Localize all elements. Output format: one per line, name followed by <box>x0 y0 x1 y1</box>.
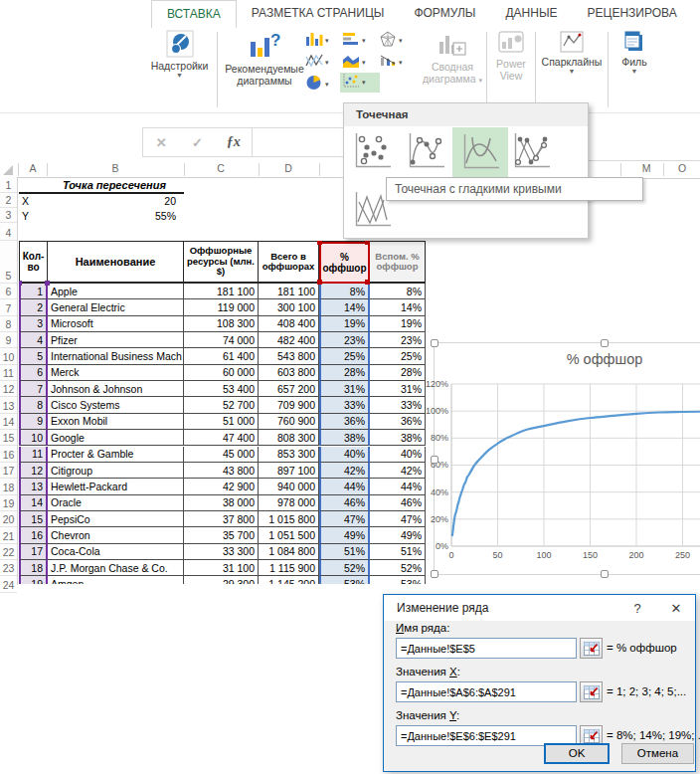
table-cell[interactable]: 47% <box>370 511 426 527</box>
x-values-input[interactable]: =Данные!$A$6:$A$291 <box>396 681 577 702</box>
table-cell[interactable]: 46% <box>319 495 370 511</box>
insert-radar-chart-button[interactable]: ▾ <box>379 31 403 51</box>
table-cell[interactable]: 42 900 <box>184 479 259 494</box>
table-cell[interactable]: 52 700 <box>184 397 259 413</box>
column-header-B[interactable]: B <box>111 162 118 174</box>
addins-button[interactable]: Надстройки ▼ <box>142 30 217 80</box>
scatter-smooth-icon-selected[interactable] <box>452 127 508 177</box>
table-cell[interactable]: Oracle <box>48 495 184 511</box>
table-cell[interactable]: 45 000 <box>184 447 259 463</box>
row-header-14[interactable]: 14 <box>0 414 17 430</box>
intersection-y-label-cell[interactable]: Y <box>22 210 29 222</box>
table-cell[interactable]: 23% <box>370 332 426 348</box>
table-cell[interactable]: 36% <box>370 414 426 430</box>
insert-column-chart-button[interactable]: ▾ <box>305 31 329 51</box>
row-headers[interactable]: 123456789101112131415161718192021222324 <box>0 177 18 585</box>
table-cell[interactable]: 11 <box>19 447 48 463</box>
table-cell[interactable]: 19% <box>370 316 426 332</box>
table-cell[interactable]: Merck <box>48 365 184 381</box>
table-cell[interactable]: 49% <box>370 527 426 543</box>
series-curve[interactable] <box>452 411 700 535</box>
chart-resize-handle[interactable] <box>601 570 609 578</box>
table-cell[interactable]: 1 145 200 <box>259 576 319 584</box>
column-header-A[interactable]: A <box>29 162 36 174</box>
table-header-cell[interactable]: Оффшорные ресурсы (млн. $) <box>184 242 259 284</box>
table-cell[interactable]: 18 <box>19 560 48 576</box>
row-header-18[interactable]: 18 <box>0 479 17 494</box>
tab-вставка[interactable]: ВСТАВКА <box>151 0 237 28</box>
table-cell[interactable]: 23% <box>319 332 370 348</box>
row-header-21[interactable]: 21 <box>0 527 17 543</box>
table-cell[interactable]: 408 400 <box>259 316 319 332</box>
row-header-22[interactable]: 22 <box>0 544 17 560</box>
table-cell[interactable]: 33% <box>319 397 370 413</box>
table-cell[interactable]: 17 <box>19 544 48 560</box>
table-cell[interactable]: 25% <box>370 348 426 364</box>
table-cell[interactable]: 897 100 <box>259 463 319 479</box>
table-cell[interactable]: 808 300 <box>259 430 319 446</box>
dialog-close-button[interactable]: ✕ <box>664 599 688 618</box>
scatter-straight-markers-icon[interactable] <box>510 131 552 171</box>
table-cell[interactable]: 8 <box>19 397 48 413</box>
table-cell[interactable]: PepsiCo <box>48 511 184 527</box>
table-cell[interactable]: 8% <box>319 284 370 299</box>
table-cell[interactable]: 52% <box>319 560 370 576</box>
table-cell[interactable]: Microsoft <box>48 316 184 332</box>
table-cell[interactable]: 978 000 <box>259 495 319 511</box>
select-all-corner-icon[interactable] <box>3 165 13 175</box>
x-range-handle[interactable] <box>45 281 50 286</box>
row-header-8[interactable]: 8 <box>0 316 17 332</box>
x-range-handle[interactable] <box>19 281 22 286</box>
table-cell[interactable]: 5 <box>19 348 48 364</box>
table-cell[interactable]: 46% <box>370 495 426 511</box>
row-header-17[interactable]: 17 <box>0 463 17 479</box>
row-header-10[interactable]: 10 <box>0 348 17 364</box>
row-header-16[interactable]: 16 <box>0 447 17 463</box>
power-view-button[interactable]: Power View <box>489 30 533 82</box>
table-cell[interactable]: 33% <box>370 397 426 413</box>
table-cell[interactable]: 15 <box>19 511 48 527</box>
chart[interactable]: % оффшор 0%20%40%60%80%100%120%050100150… <box>434 342 700 575</box>
row-header-5[interactable]: 5 <box>0 241 17 284</box>
table-cell[interactable]: 19 <box>19 576 48 584</box>
enter-entry-icon[interactable]: ✓ <box>179 135 215 150</box>
table-cell[interactable]: 853 300 <box>259 447 319 463</box>
chart-resize-handle[interactable] <box>431 339 438 347</box>
table-cell[interactable]: 543 800 <box>259 348 319 364</box>
tab-данные[interactable]: ДАННЫЕ <box>490 0 572 28</box>
table-cell[interactable]: 1 <box>19 284 48 299</box>
table-cell[interactable]: 33 300 <box>184 544 259 560</box>
row-header-13[interactable]: 13 <box>0 397 17 413</box>
table-cell[interactable]: 3 <box>19 316 48 332</box>
table-cell[interactable]: 42% <box>370 463 426 479</box>
insert-pie-chart-button[interactable]: ▾ <box>305 75 329 95</box>
table-cell[interactable]: 51% <box>370 544 426 560</box>
row-header-15[interactable]: 15 <box>0 430 17 446</box>
series-name-handle[interactable] <box>317 280 322 285</box>
series-name-handle[interactable] <box>365 280 370 285</box>
table-cell[interactable]: 19% <box>319 316 370 332</box>
table-cell[interactable]: 53% <box>370 576 426 584</box>
table-cell[interactable]: 47% <box>319 511 370 527</box>
table-header-cell[interactable]: Кол-во <box>20 242 48 284</box>
table-header-cell[interactable]: Вспом. % оффшор <box>370 242 426 284</box>
table-cell[interactable]: 108 300 <box>184 316 259 332</box>
intersection-title-cell[interactable]: Точка пересечения <box>19 179 184 194</box>
series-name-handle[interactable] <box>365 241 370 245</box>
series-name-input[interactable]: =Данные!$E$5 <box>396 638 577 659</box>
table-cell[interactable]: 6 <box>19 365 48 381</box>
table-cell[interactable]: 43 800 <box>184 463 259 479</box>
table-cell[interactable]: 42% <box>319 463 370 479</box>
table-cell[interactable]: Hewlett-Packard <box>48 479 184 494</box>
intersection-x-label-cell[interactable]: X <box>22 195 29 207</box>
chart-resize-handle[interactable] <box>601 339 609 347</box>
table-cell[interactable]: 31 100 <box>184 560 259 576</box>
tab-разметка страницы[interactable]: РАЗМЕТКА СТРАНИЦЫ <box>237 0 400 28</box>
insert-line-chart-button[interactable]: ▾ <box>305 53 329 73</box>
table-cell[interactable]: 49% <box>319 527 370 543</box>
table-cell[interactable]: 1 115 900 <box>259 560 319 576</box>
row-header-11[interactable]: 11 <box>0 365 17 381</box>
column-header-D[interactable]: D <box>284 162 292 174</box>
dialog-help-button[interactable]: ? <box>625 599 649 618</box>
column-header-O[interactable]: O <box>678 162 686 174</box>
